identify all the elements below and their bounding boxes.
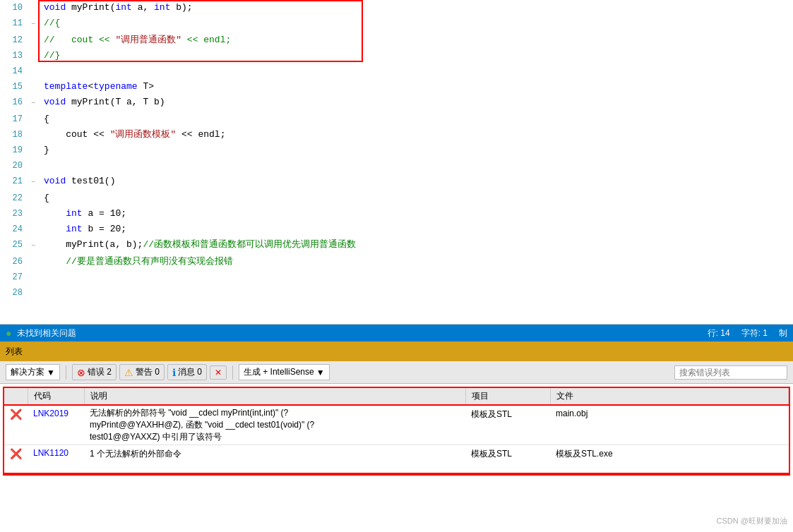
error-file-1: 模板及STL.exe <box>550 445 789 473</box>
fold-indicator-24 <box>28 222 38 237</box>
build-dropdown-arrow: ▼ <box>316 368 325 377</box>
code-cell-20 <box>41 158 793 174</box>
build-dropdown[interactable]: 生成 + IntelliSense ▼ <box>239 364 330 380</box>
line-number-11: 11 <box>0 16 28 32</box>
error-code-link-1[interactable]: LNK1120 <box>33 448 68 458</box>
warn-label: 警告 0 <box>136 366 160 378</box>
fold-indicator-10 <box>28 0 38 16</box>
code-cell-13: //} <box>41 48 793 64</box>
line-number-14: 14 <box>0 64 28 79</box>
line-number-10: 10 <box>0 0 28 16</box>
code-cell-25: myPrint(a, b);//函数模板和普通函数都可以调用优先调用普通函数 <box>41 237 793 254</box>
code-line-16: 16−void myPrint(T a, T b) <box>0 95 793 111</box>
toolbar-separator-1 <box>66 365 66 380</box>
table-header-row: 代码 说明 项目 文件 <box>4 388 789 405</box>
code-cell-21: void test01() <box>41 174 793 191</box>
code-line-20: 20 <box>0 158 793 174</box>
line-number-28: 28 <box>0 285 28 301</box>
fold-indicator-13 <box>28 48 38 64</box>
line-number-19: 19 <box>0 143 28 158</box>
status-message: 未找到相关问题 <box>17 327 76 339</box>
code-cell-28 <box>41 285 793 301</box>
error-code-0[interactable]: LNK2019 <box>28 405 84 445</box>
panel-header: 列表 <box>0 341 793 361</box>
fold-indicator-28 <box>28 285 38 301</box>
fold-indicator-12 <box>28 32 38 48</box>
fold-indicator-16[interactable]: − <box>28 95 38 111</box>
line-number-16: 16 <box>0 95 28 111</box>
error-file-0: main.obj <box>550 405 789 445</box>
status-right: 行: 14 字符: 1 制 <box>708 327 787 339</box>
code-line-11: 11−//{ <box>0 16 793 32</box>
x-icon: ✕ <box>215 368 222 377</box>
code-line-14: 14 <box>0 64 793 79</box>
line-number-24: 24 <box>0 222 28 237</box>
warn-filter-button[interactable]: ⚠ 警告 0 <box>119 364 165 380</box>
watermark: CSDN @旺财要加油 <box>717 516 787 526</box>
solution-dropdown[interactable]: 解决方案 ▼ <box>6 364 60 380</box>
error-row-0[interactable]: ❌LNK2019无法解析的外部符号 "void __cdecl myPrint(… <box>4 405 789 445</box>
code-line-27: 27 <box>0 270 793 285</box>
fold-indicator-11[interactable]: − <box>28 16 38 32</box>
info-filter-button[interactable]: ℹ 消息 0 <box>167 364 207 380</box>
col-header-file: 文件 <box>550 388 789 405</box>
code-line-24: 24 int b = 20; <box>0 222 793 237</box>
code-cell-18: cout << "调用函数模板" << endl; <box>41 127 793 143</box>
fold-indicator-26 <box>28 254 38 270</box>
fold-indicator-19 <box>28 143 38 158</box>
error-row-1[interactable]: ❌LNK11201 个无法解析的外部命令模板及STL模板及STL.exe <box>4 445 789 473</box>
toolbar-separator-2 <box>232 365 233 380</box>
error-filter-button[interactable]: ⊗ 错误 2 <box>72 364 117 380</box>
code-line-26: 26 //要是普通函数只有声明没有实现会报错 <box>0 254 793 270</box>
fold-indicator-22 <box>28 191 38 206</box>
fold-indicator-17 <box>28 111 38 127</box>
line-number-23: 23 <box>0 206 28 222</box>
error-code-link-0[interactable]: LNK2019 <box>33 409 68 418</box>
code-table: 10void myPrint(int a, int b);11−//{12// … <box>0 0 793 301</box>
code-cell-10: void myPrint(int a, int b); <box>41 0 793 16</box>
line-number-12: 12 <box>0 32 28 48</box>
line-number-17: 17 <box>0 111 28 127</box>
fold-indicator-25[interactable]: − <box>28 237 38 254</box>
fold-indicator-15 <box>28 79 38 95</box>
error-code-1[interactable]: LNK1120 <box>28 445 84 473</box>
code-cell-23: int a = 10; <box>41 206 793 222</box>
error-row-icon-1: ❌ <box>4 445 28 473</box>
error-row-icon-0: ❌ <box>4 405 28 445</box>
error-project-1: 模板及STL <box>465 445 550 473</box>
code-cell-12: // cout << "调用普通函数" << endl; <box>41 32 793 48</box>
error-project-0: 模板及STL <box>465 405 550 445</box>
error-desc-0: 无法解析的外部符号 "void __cdecl myPrint(int,int)… <box>84 405 465 445</box>
error-toolbar: 解决方案 ▼ ⊗ 错误 2 ⚠ 警告 0 ℹ 消息 0 ✕ 生成 + Intel… <box>0 361 793 384</box>
solution-label: 解决方案 <box>11 366 44 378</box>
line-number-25: 25 <box>0 237 28 254</box>
code-line-22: 22{ <box>0 191 793 206</box>
build-label: 生成 + IntelliSense <box>244 366 314 378</box>
col-indicator: 字符: 1 <box>741 327 768 339</box>
panel-title: 列表 <box>6 346 23 358</box>
code-line-15: 15template<typename T> <box>0 79 793 95</box>
error-table: 代码 说明 项目 文件 ❌LNK2019无法解析的外部符号 "void __cd… <box>4 388 789 474</box>
col-header-code: 代码 <box>28 388 84 405</box>
code-line-25: 25− myPrint(a, b);//函数模板和普通函数都可以调用优先调用普通… <box>0 237 793 254</box>
col-header-desc: 说明 <box>84 388 465 405</box>
code-cell-11: //{ <box>41 16 793 32</box>
info-label: 消息 0 <box>178 366 202 378</box>
search-errors-input[interactable] <box>674 365 787 380</box>
error-label: 错误 2 <box>88 366 112 378</box>
info-icon: ℹ <box>172 367 176 378</box>
error-icon: ⊗ <box>77 367 85 378</box>
line-number-27: 27 <box>0 270 28 285</box>
clear-filter-button[interactable]: ✕ <box>210 365 227 380</box>
code-line-18: 18 cout << "调用函数模板" << endl; <box>0 127 793 143</box>
code-editor: 10void myPrint(int a, int b);11−//{12// … <box>0 0 793 325</box>
line-number-22: 22 <box>0 191 28 206</box>
code-line-21: 21−void test01() <box>0 174 793 191</box>
code-cell-27 <box>41 270 793 285</box>
code-cell-26: //要是普通函数只有声明没有实现会报错 <box>41 254 793 270</box>
code-cell-17: { <box>41 111 793 127</box>
fold-indicator-21[interactable]: − <box>28 174 38 191</box>
code-line-13: 13//} <box>0 48 793 64</box>
line-number-26: 26 <box>0 254 28 270</box>
warn-icon: ⚠ <box>124 367 133 378</box>
